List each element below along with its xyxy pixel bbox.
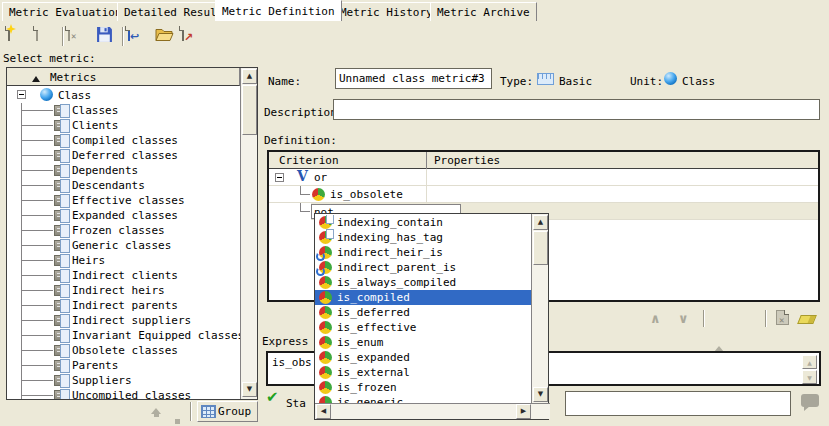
pie-icon xyxy=(319,291,332,304)
collapse-icon[interactable] xyxy=(275,173,284,182)
tab-detailed-result[interactable]: Detailed Result xyxy=(117,2,230,21)
list-item[interactable]: is_compiled xyxy=(315,290,532,305)
expression-label: Express xyxy=(262,334,308,349)
export-metric-button[interactable] xyxy=(182,26,203,47)
scroll-down-button[interactable] xyxy=(533,387,548,402)
tab-metric-definition[interactable]: Metric Definition xyxy=(215,0,342,21)
metric-icon xyxy=(54,165,69,176)
new-metric-button[interactable] xyxy=(8,26,29,47)
list-item[interactable]: is_expanded xyxy=(315,350,532,365)
group-button[interactable]: Group xyxy=(197,401,258,422)
tree-item[interactable]: Indirect parents xyxy=(7,298,240,313)
tree-item[interactable]: Clients xyxy=(7,118,240,133)
dropdown-horizontal-scrollbar[interactable] xyxy=(315,403,550,419)
open-folder-icon xyxy=(155,26,174,43)
tree-item[interactable]: Indirect heirs xyxy=(7,283,240,298)
collapse-icon[interactable] xyxy=(17,90,26,99)
tab-metric-archive[interactable]: Metric Archive xyxy=(430,2,537,21)
tree-item[interactable]: Frozen classes xyxy=(7,223,240,238)
scroll-up-button[interactable] xyxy=(802,355,817,369)
metric-tree-panel: Metrics Class Classes Clients xyxy=(6,67,258,400)
delete-criterion-button[interactable] xyxy=(776,310,789,325)
separator xyxy=(190,402,191,421)
pie-icon xyxy=(319,336,332,349)
scroll-down-button[interactable] xyxy=(802,370,817,384)
tab-metric-history[interactable]: Metric History xyxy=(333,2,440,21)
copy-metric-button[interactable] xyxy=(36,26,57,47)
scroll-up-button[interactable] xyxy=(242,69,257,84)
erase-criterion-button[interactable] xyxy=(797,315,817,324)
move-metric-down-button[interactable] xyxy=(170,418,185,426)
tree-item[interactable]: Generic classes xyxy=(7,238,240,253)
save-metric-button[interactable] xyxy=(96,26,117,47)
tree-column-header[interactable]: Metrics xyxy=(7,68,240,86)
metric-icon xyxy=(54,195,69,206)
new-metric-icon xyxy=(8,26,10,41)
or-criterion-button[interactable] xyxy=(678,311,689,327)
tree-item[interactable]: Classes xyxy=(7,103,240,118)
reload-metrics-button[interactable] xyxy=(128,26,149,47)
scroll-down-button[interactable] xyxy=(242,382,257,397)
metric-icon xyxy=(54,360,69,371)
tree-item[interactable]: Indirect suppliers xyxy=(7,313,240,328)
tree-item[interactable]: Indirect clients xyxy=(7,268,240,283)
criterion-dropdown: indexing_contain indexing_has_tag indire… xyxy=(314,213,549,420)
description-input[interactable] xyxy=(333,99,820,120)
scrollbar-thumb[interactable] xyxy=(533,231,548,265)
criterion-row-or[interactable]: or xyxy=(269,169,818,186)
tree-header-label: Metrics xyxy=(50,71,96,84)
list-item[interactable]: is_frozen xyxy=(315,380,532,395)
tab-metric-evaluation[interactable]: Metric Evaluation xyxy=(2,2,129,21)
column-divider[interactable] xyxy=(426,152,427,169)
dropdown-vertical-scrollbar[interactable] xyxy=(531,214,548,404)
scroll-right-button[interactable] xyxy=(516,404,531,419)
list-item[interactable]: indexing_contain xyxy=(315,215,532,230)
delete-metric-button[interactable] xyxy=(68,26,89,47)
tree-item[interactable]: Descendants xyxy=(7,178,240,193)
list-item[interactable]: is_enum xyxy=(315,335,532,350)
tree-item[interactable]: Deferred classes xyxy=(7,148,240,163)
list-item[interactable]: indirect_heir_is xyxy=(315,245,532,260)
save-metric-icon xyxy=(96,26,113,43)
name-input[interactable] xyxy=(335,68,492,89)
separator xyxy=(765,310,766,327)
scroll-left-button[interactable] xyxy=(316,404,331,419)
criterion-row-is-obsolete[interactable]: is_obsolete xyxy=(269,186,818,203)
tree-item[interactable]: Dependents xyxy=(7,163,240,178)
tree-item[interactable]: Compiled classes xyxy=(7,133,240,148)
tree-item[interactable]: Suppliers xyxy=(7,373,240,388)
tree-item-class[interactable]: Class xyxy=(7,87,240,103)
list-item[interactable]: is_effective xyxy=(315,320,532,335)
pie-icon xyxy=(319,381,332,394)
type-value: Basic xyxy=(559,74,592,89)
pie-icon xyxy=(319,276,332,289)
list-item[interactable]: is_always_compiled xyxy=(315,275,532,290)
tree-item[interactable]: Effective classes xyxy=(7,193,240,208)
list-item[interactable]: indexing_has_tag xyxy=(315,230,532,245)
move-metric-up-button[interactable] xyxy=(149,403,164,418)
name-label: Name: xyxy=(268,74,301,89)
separator xyxy=(703,310,704,327)
metric-icon xyxy=(54,135,69,146)
status-label: Sta xyxy=(286,396,306,411)
tree-item[interactable]: Invariant Equipped classes xyxy=(7,328,240,343)
scroll-up-button[interactable] xyxy=(533,215,548,230)
tree-item[interactable]: Heirs xyxy=(7,253,240,268)
tree-scrollbar[interactable] xyxy=(240,68,257,399)
list-item[interactable]: is_deferred xyxy=(315,305,532,320)
tree-item[interactable]: Expanded classes xyxy=(7,208,240,223)
open-folder-button[interactable] xyxy=(155,26,176,47)
criterion-list: indexing_contain indexing_has_tag indire… xyxy=(315,215,532,404)
scrollbar-thumb[interactable] xyxy=(242,85,257,135)
and-criterion-button[interactable] xyxy=(650,311,661,327)
tree-item[interactable]: Uncompiled classes xyxy=(7,388,240,399)
status-input[interactable] xyxy=(565,391,791,416)
tab-bar: Metric Evaluation Detailed Result Metric… xyxy=(0,0,829,21)
tree-item[interactable]: Parents xyxy=(7,358,240,373)
list-item[interactable]: indirect_parent_is xyxy=(315,260,532,275)
grid-header[interactable]: Criterion Properties xyxy=(269,152,818,169)
toolbar-separator xyxy=(122,27,123,46)
tree-item[interactable]: Obsolete classes xyxy=(7,343,240,358)
metric-icon xyxy=(54,375,69,386)
list-item[interactable]: is_external xyxy=(315,365,532,380)
